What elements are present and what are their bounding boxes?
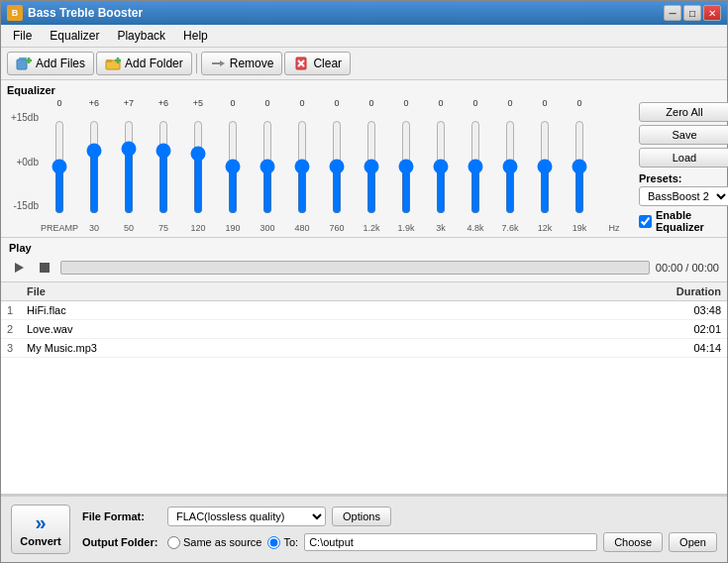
svg-rect-1	[19, 57, 27, 59]
convert-section: » Convert File Format: FLAC(lossless qua…	[1, 495, 727, 562]
eq-slider-50hz[interactable]	[120, 120, 138, 214]
eq-band-preamp: 0 PREAMP	[43, 98, 76, 233]
zero-all-button[interactable]: Zero All	[639, 102, 728, 122]
add-folder-icon	[105, 56, 121, 71]
window-controls: ─ □ ✕	[664, 5, 721, 21]
same-as-source-option: Same as source	[167, 536, 261, 549]
file-format-label: File Format:	[82, 510, 161, 522]
table-row[interactable]: 1 HiFi.flac 03:48	[1, 301, 727, 320]
menu-file[interactable]: File	[5, 27, 40, 45]
play-button[interactable]	[9, 258, 29, 278]
format-row: File Format: FLAC(lossless quality) MP3 …	[82, 507, 717, 526]
eq-slider-preamp[interactable]	[51, 120, 68, 214]
eq-slider-7600hz[interactable]	[501, 120, 519, 214]
remove-label: Remove	[230, 56, 274, 70]
file-duration-2: 02:01	[642, 323, 721, 335]
eq-slider-75hz[interactable]	[155, 120, 172, 214]
add-folder-label: Add Folder	[125, 56, 183, 70]
eq-band-1900: 0 1.9k	[389, 98, 423, 233]
eq-slider-760hz[interactable]	[328, 120, 346, 214]
output-row: Output Folder: Same as source To: Choose…	[82, 532, 717, 552]
eq-band-hz-label: Hz	[597, 98, 631, 233]
clear-label: Clear	[313, 56, 342, 70]
remove-button[interactable]: Remove	[201, 52, 283, 75]
options-button[interactable]: Options	[332, 507, 391, 526]
eq-band-1200: 0 1.2k	[355, 98, 388, 233]
eq-slider-480hz[interactable]	[293, 120, 311, 214]
file-name-3: My Music.mp3	[27, 342, 642, 354]
eq-slider-300hz[interactable]	[259, 120, 276, 214]
play-section: Play 00:00 / 00:00	[1, 238, 727, 282]
svg-rect-0	[17, 59, 27, 69]
svg-rect-5	[106, 59, 112, 62]
add-folder-button[interactable]: Add Folder	[96, 52, 192, 75]
file-list-body: 1 HiFi.flac 03:48 2 Love.wav 02:01 3 My …	[1, 301, 727, 491]
add-files-button[interactable]: Add Files	[7, 52, 94, 75]
eq-slider-1200hz[interactable]	[363, 120, 380, 214]
format-select[interactable]: FLAC(lossless quality) MP3 (CBR) MP3 (VB…	[167, 507, 326, 526]
menu-help[interactable]: Help	[175, 27, 216, 45]
eq-slider-19k[interactable]	[571, 120, 588, 214]
svg-marker-13	[15, 263, 24, 273]
file-name-2: Love.wav	[27, 323, 642, 335]
load-button[interactable]: Load	[639, 148, 728, 168]
eq-band-30: +6 30	[77, 98, 111, 233]
to-radio[interactable]	[267, 536, 280, 549]
output-path-input[interactable]	[304, 533, 597, 551]
to-label: To:	[283, 536, 298, 548]
eq-band-4800: 0 4.8k	[459, 98, 492, 233]
eq-slider-12k[interactable]	[536, 120, 554, 214]
svg-rect-14	[40, 263, 50, 273]
eq-slider-1900hz[interactable]	[397, 120, 415, 214]
maximize-button[interactable]: □	[683, 5, 701, 21]
save-button[interactable]: Save	[639, 125, 728, 145]
menu-equalizer[interactable]: Equalizer	[42, 27, 107, 45]
table-row[interactable]: 3 My Music.mp3 04:14	[1, 339, 727, 358]
presets-select[interactable]: BassBoost 2 BassBoost 1 Treble Boost Roc…	[639, 186, 728, 206]
eq-band-760: 0 760	[320, 98, 354, 233]
eq-slider-120hz[interactable]	[189, 120, 207, 214]
convert-arrows-icon: »	[35, 512, 46, 532]
file-duration-1: 03:48	[642, 304, 721, 316]
file-name-1: HiFi.flac	[27, 304, 642, 316]
add-files-label: Add Files	[36, 56, 85, 70]
time-display: 00:00 / 00:00	[656, 262, 719, 274]
eq-band-12k: 0 12k	[528, 98, 562, 233]
eq-sliders-area: +15db +0db -15db 0 PREAMP	[7, 98, 631, 233]
choose-button[interactable]: Choose	[603, 532, 663, 552]
clear-button[interactable]: Clear	[284, 52, 351, 75]
menu-playback[interactable]: Playback	[109, 27, 173, 45]
minimize-button[interactable]: ─	[664, 5, 681, 21]
stop-button[interactable]	[35, 258, 54, 278]
eq-db-bot: -15db	[7, 200, 39, 211]
toolbar: Add Files Add Folder Remove Clear	[1, 48, 727, 80]
progress-bar[interactable]	[60, 261, 650, 275]
eq-band-120: +5 120	[181, 98, 215, 233]
open-button[interactable]: Open	[669, 532, 717, 552]
convert-settings: File Format: FLAC(lossless quality) MP3 …	[82, 507, 717, 552]
remove-icon	[210, 56, 226, 71]
eq-band-75: +6 75	[147, 98, 180, 233]
eq-db-mid: +0db	[7, 157, 39, 168]
close-button[interactable]: ✕	[703, 5, 721, 21]
file-duration-3: 04:14	[642, 342, 721, 354]
eq-band-50: +7 50	[112, 98, 146, 233]
play-label: Play	[9, 242, 719, 254]
eq-slider-3k[interactable]	[432, 120, 450, 214]
to-option: To:	[267, 536, 298, 549]
enable-equalizer-checkbox[interactable]	[639, 215, 652, 228]
same-as-source-radio[interactable]	[167, 536, 180, 549]
add-files-icon	[16, 56, 32, 71]
same-as-source-label: Same as source	[183, 536, 261, 548]
equalizer-label: Equalizer	[7, 84, 721, 96]
eq-band-19k: 0 19k	[563, 98, 596, 233]
eq-right-panel: Zero All Save Load Presets: BassBoost 2 …	[631, 98, 728, 233]
table-row[interactable]: 2 Love.wav 02:01	[1, 320, 727, 339]
eq-slider-30hz[interactable]	[85, 120, 103, 214]
eq-slider-190hz[interactable]	[224, 120, 242, 214]
file-list-header: File Duration	[1, 282, 727, 301]
col-file-header: File	[27, 285, 642, 297]
convert-button[interactable]: » Convert	[11, 505, 70, 554]
eq-band-190: 0 190	[216, 98, 250, 233]
eq-slider-4800hz[interactable]	[467, 120, 484, 214]
